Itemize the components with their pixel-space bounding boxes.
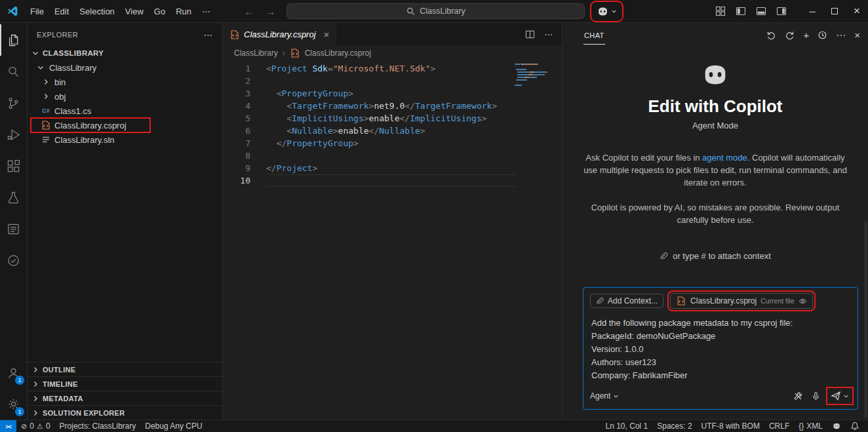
menu-view[interactable]: View	[120, 7, 149, 16]
csproj-file-icon	[41, 120, 51, 130]
projects-status[interactable]: Projects: ClassLibrary	[55, 422, 141, 431]
activity-search[interactable]	[0, 56, 27, 87]
nav-back-icon[interactable]: ←	[238, 6, 260, 17]
add-context-button[interactable]: Add Context...	[590, 294, 663, 308]
activity-source-control[interactable]	[0, 87, 27, 119]
checklist-icon	[6, 222, 21, 237]
menu-edit[interactable]: Edit	[49, 7, 74, 16]
toggle-panel-icon[interactable]	[756, 6, 766, 16]
indentation-status[interactable]: Spaces: 2	[652, 422, 696, 431]
tree-root-classlibrary[interactable]: CLASSLIBRARY	[28, 46, 222, 60]
search-icon	[406, 7, 416, 16]
toggle-primary-sidebar-icon[interactable]	[736, 6, 746, 16]
copilot-icon	[832, 422, 841, 431]
send-button[interactable]	[829, 389, 851, 403]
file-tree: ClassLibrarybinobjC#Class1.csClassLibrar…	[28, 60, 222, 147]
tree-item-class1-cs[interactable]: C#Class1.cs	[28, 104, 222, 118]
redo-icon[interactable]	[785, 30, 795, 40]
context-pill-current-file[interactable]: ClassLibrary.csproj Current file	[670, 293, 813, 309]
section-solution-explorer[interactable]: SOLUTION EXPLORER	[28, 405, 222, 420]
remote-indicator[interactable]: ><	[0, 420, 16, 432]
activity-explorer[interactable]	[0, 24, 27, 56]
tree-item-obj[interactable]: obj	[28, 89, 222, 104]
breadcrumb-folder[interactable]: ClassLibrary	[234, 49, 278, 58]
cursor-position[interactable]: Ln 10, Col 1	[601, 422, 653, 431]
menu-file[interactable]: File	[25, 7, 49, 16]
tree-item-classlibrary-csproj[interactable]: ClassLibrary.csproj	[28, 118, 222, 132]
activity-testing[interactable]	[0, 182, 27, 213]
line-numbers: 12345678910	[223, 62, 250, 420]
eol-status[interactable]: CRLF	[764, 422, 794, 431]
activity-run-debug[interactable]	[0, 119, 27, 150]
tools-icon[interactable]	[793, 391, 803, 401]
tree-item-label: ClassLibrary	[49, 63, 96, 73]
debug-config-status[interactable]: Debug Any CPU	[140, 422, 207, 431]
context-pill-badge: Current file	[760, 297, 794, 305]
command-center-search[interactable]: ClassLibrary	[286, 3, 585, 19]
chat-more-icon[interactable]: ⋯	[836, 30, 846, 40]
copilot-button[interactable]	[593, 3, 621, 20]
explorer-more-actions[interactable]: ⋯	[204, 29, 213, 40]
toggle-secondary-sidebar-icon[interactable]	[776, 6, 787, 16]
chat-close-icon[interactable]: ×	[854, 30, 860, 40]
tree-item-classlibrary-sln[interactable]: ClassLibrary.sln	[28, 132, 222, 147]
eye-icon[interactable]	[799, 297, 807, 305]
tree-item-bin[interactable]: bin	[28, 75, 222, 89]
breadcrumb-separator: ›	[283, 49, 285, 58]
tab-classlibrary-csproj[interactable]: ClassLibrary.csproj ×	[223, 23, 336, 46]
menu-overflow[interactable]: ⋯	[197, 7, 216, 16]
mode-picker[interactable]: Agent	[590, 391, 619, 401]
encoding-status[interactable]: UTF-8 with BOM	[697, 422, 764, 431]
sidebar-sections: OUTLINETIMELINEMETADATASOLUTION EXPLORER	[28, 362, 222, 420]
menu-run[interactable]: Run	[170, 7, 197, 16]
undo-icon[interactable]	[766, 30, 776, 40]
code-lines: <Project Sdk="Microsoft.NET.Sdk"> <Prope…	[266, 62, 562, 420]
language-mode[interactable]: {} XML	[794, 422, 827, 431]
chat-input-text[interactable]: Add the following package metadata to my…	[590, 309, 851, 387]
copilot-status[interactable]	[827, 422, 846, 431]
maximize-button[interactable]	[823, 0, 846, 23]
tree-item-label: ClassLibrary.csproj	[54, 121, 127, 130]
editor-more-actions[interactable]: ⋯	[544, 29, 553, 39]
activity-checklist[interactable]	[0, 213, 27, 245]
activity-approvals[interactable]	[0, 245, 27, 276]
section-timeline[interactable]: TIMELINE	[28, 376, 222, 391]
editor-group: ClassLibrary.csproj × ⋯ ClassLibrary › C…	[223, 23, 562, 420]
title-bar: FileEditSelectionViewGoRun ⋯ ← → ClassLi…	[0, 0, 868, 23]
agent-mode-link[interactable]: agent mode	[702, 153, 747, 163]
activity-settings[interactable]: 1	[0, 388, 27, 420]
minimap[interactable]	[515, 64, 555, 90]
section-metadata[interactable]: METADATA	[28, 391, 222, 405]
menu-selection[interactable]: Selection	[74, 7, 119, 16]
mic-icon[interactable]	[811, 391, 821, 401]
chat-description: Ask Copilot to edit your files in agent …	[583, 151, 848, 189]
customize-layout-icon[interactable]	[715, 6, 726, 16]
mode-label: Agent	[590, 391, 610, 401]
menu-go[interactable]: Go	[149, 7, 170, 16]
section-outline[interactable]: OUTLINE	[28, 362, 222, 376]
chat-scrollbar[interactable]	[864, 221, 867, 418]
context-pill-filename: ClassLibrary.csproj	[690, 296, 757, 305]
code-editor[interactable]: 12345678910 <Project Sdk="Microsoft.NET.…	[223, 60, 562, 420]
activity-extensions[interactable]	[0, 150, 27, 182]
braces-icon: {}	[799, 422, 804, 431]
tree-item-label: ClassLibrary.sln	[54, 135, 115, 145]
activity-accounts[interactable]: 1	[0, 357, 27, 388]
tab-close-icon[interactable]: ×	[324, 29, 330, 40]
new-chat-icon[interactable]: +	[803, 30, 809, 40]
tab-chat[interactable]: CHAT	[583, 26, 605, 45]
breadcrumb: ClassLibrary › ClassLibrary.csproj	[223, 46, 562, 60]
close-button[interactable]: ×	[846, 0, 868, 23]
warning-count: 0	[46, 422, 50, 431]
run-debug-icon	[6, 127, 21, 142]
split-editor-icon[interactable]	[525, 29, 535, 39]
nav-forward-icon[interactable]: →	[260, 6, 281, 17]
explorer-title: EXPLORER	[37, 31, 78, 39]
chevron-down-icon	[35, 62, 46, 73]
problems-status[interactable]: ⊘ 0 ⚠ 0	[16, 422, 54, 431]
minimize-button[interactable]: ─	[801, 0, 823, 23]
notifications[interactable]	[846, 422, 864, 431]
history-icon[interactable]	[818, 30, 827, 40]
breadcrumb-file[interactable]: ClassLibrary.csproj	[305, 49, 371, 58]
tree-item-classlibrary[interactable]: ClassLibrary	[28, 60, 222, 75]
